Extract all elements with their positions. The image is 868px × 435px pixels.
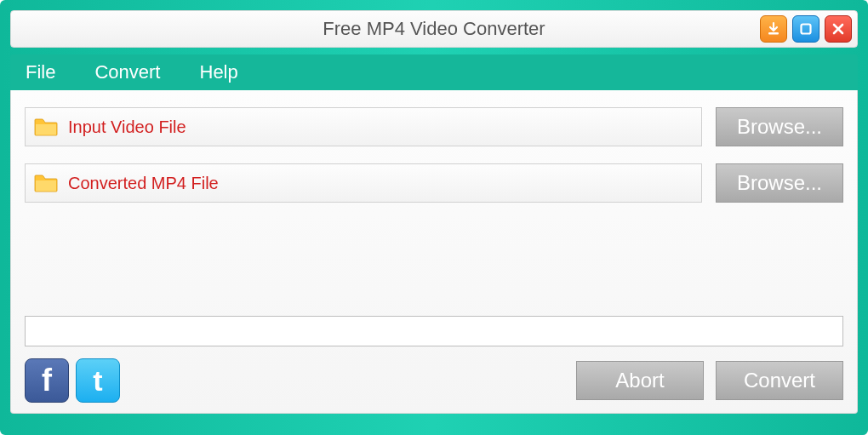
convert-button[interactable]: Convert [716, 361, 843, 400]
input-file-label: Input Video File [68, 117, 186, 137]
browse-input-button[interactable]: Browse... [716, 107, 843, 146]
social-group: f t [25, 358, 120, 403]
facebook-icon: f [42, 365, 52, 396]
output-file-row: Converted MP4 File Browse... [25, 163, 843, 203]
menu-help[interactable]: Help [193, 58, 245, 87]
app-window: Free MP4 Video Converter File Co [0, 0, 868, 435]
input-file-box[interactable]: Input Video File [25, 107, 702, 146]
browse-output-button[interactable]: Browse... [716, 163, 843, 203]
svg-rect-1 [802, 25, 811, 34]
twitter-icon: t [93, 366, 102, 395]
title-bar: Free MP4 Video Converter [10, 10, 858, 48]
content-panel: Input Video File Browse... Converted MP4… [10, 90, 858, 414]
folder-icon [34, 117, 58, 136]
menu-file[interactable]: File [19, 58, 62, 87]
progress-bar [25, 316, 843, 346]
download-icon[interactable] [760, 15, 787, 43]
window-title: Free MP4 Video Converter [323, 18, 545, 40]
title-button-group [760, 15, 852, 43]
output-file-label: Converted MP4 File [68, 174, 219, 193]
maximize-icon[interactable] [792, 15, 819, 43]
action-button-group: Abort Convert [576, 361, 843, 400]
abort-button[interactable]: Abort [576, 361, 704, 400]
folder-icon [34, 174, 58, 192]
menu-bar: File Convert Help [10, 54, 858, 90]
twitter-button[interactable]: t [76, 358, 120, 403]
menu-convert[interactable]: Convert [88, 58, 167, 87]
svg-rect-0 [768, 32, 779, 35]
bottom-row: f t Abort Convert [25, 358, 843, 403]
facebook-button[interactable]: f [25, 358, 69, 403]
output-file-box[interactable]: Converted MP4 File [25, 163, 702, 203]
close-icon[interactable] [825, 15, 852, 43]
input-file-row: Input Video File Browse... [25, 107, 843, 146]
